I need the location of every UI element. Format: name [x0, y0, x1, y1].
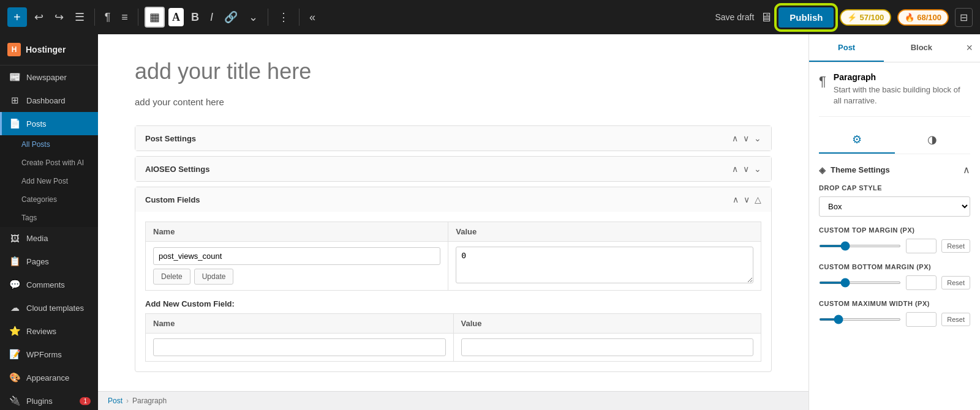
- right-panel-body: ¶ Paragraph Start with the basic buildin…: [809, 62, 980, 410]
- redo-button[interactable]: ↪: [51, 8, 67, 26]
- max-width-slider[interactable]: [819, 318, 901, 321]
- theme-settings-icon: ◈: [819, 165, 826, 175]
- post-settings-menu[interactable]: ⌄: [754, 133, 761, 143]
- custom-field-row: Delete Update 0: [146, 242, 761, 291]
- aioseo-settings-panel: AIOSEO Settings ∧ ∨ ⌄: [135, 156, 772, 182]
- tab-post[interactable]: Post: [809, 34, 884, 62]
- top-margin-slider[interactable]: [819, 245, 901, 247]
- sidebar-item-reviews[interactable]: ⭐ Reviews: [0, 319, 98, 343]
- sidebar-item-cloud[interactable]: ☁ Cloud templates: [0, 296, 98, 319]
- bold-button[interactable]: B: [187, 8, 203, 26]
- add-new-table: Name Value: [145, 313, 761, 362]
- cf-value-input[interactable]: 0: [456, 247, 753, 283]
- sidebar-subitem-all-posts[interactable]: All Posts: [0, 135, 98, 154]
- sidebar-appearance-label: Appearance: [26, 373, 69, 382]
- sidebar-item-media[interactable]: 🖼 Media: [0, 227, 98, 250]
- max-width-reset[interactable]: Reset: [941, 313, 970, 326]
- theme-settings-header: ◈ Theme Settings ∧: [819, 164, 970, 176]
- custom-fields-up[interactable]: ∧: [733, 195, 739, 204]
- sidebar-item-plugins[interactable]: 🔌 Plugins 1: [0, 389, 98, 410]
- sidebar-subitem-categories[interactable]: Categories: [0, 190, 98, 209]
- theme-collapse-button[interactable]: ∧: [963, 164, 970, 176]
- custom-fields-header[interactable]: Custom Fields ∧ ∨ △: [135, 187, 771, 212]
- cf-name-input[interactable]: [153, 247, 440, 265]
- add-value-input[interactable]: [461, 338, 754, 356]
- cf-update-button[interactable]: Update: [194, 269, 234, 285]
- more-menu-button[interactable]: ⋮: [274, 8, 293, 26]
- custom-fields-down[interactable]: ∨: [744, 195, 750, 204]
- sidebar-posts-label: Posts: [26, 119, 47, 129]
- bottom-margin-slider[interactable]: [819, 281, 901, 284]
- hostinger-icon: H: [7, 43, 21, 56]
- drop-cap-label: DROP CAP STYLE: [819, 184, 970, 192]
- top-margin-number[interactable]: [906, 239, 937, 253]
- add-name-cell: [146, 334, 454, 362]
- aioseo-up[interactable]: ∧: [732, 164, 738, 174]
- publish-button[interactable]: Publish: [778, 7, 834, 28]
- cf-name-cell: Delete Update: [146, 242, 448, 291]
- align-button[interactable]: ≡: [118, 8, 132, 26]
- breadcrumb-separator: ›: [126, 397, 129, 405]
- media-icon: 🖼: [9, 233, 20, 244]
- sidebar-item-posts[interactable]: 📄 Posts: [0, 112, 98, 135]
- toolbar-right: Save draft 🖥 Publish ⚡ 57/100 🔥 68/100 ⊟: [715, 7, 973, 28]
- link-button[interactable]: 🔗: [221, 8, 241, 26]
- sidebar-settings-button[interactable]: ⊟: [955, 8, 973, 27]
- sidebar-media-label: Media: [26, 234, 48, 243]
- post-settings-up[interactable]: ∧: [732, 133, 738, 143]
- bottom-margin-label: CUSTOM BOTTOM MARGIN (PX): [819, 263, 970, 270]
- paragraph-icon: ¶: [819, 73, 826, 89]
- paragraph-format-button[interactable]: ¶: [101, 8, 115, 26]
- block-view-button[interactable]: ▦: [145, 7, 165, 28]
- add-new-label: Add New Post: [21, 177, 68, 185]
- top-margin-reset[interactable]: Reset: [941, 239, 970, 253]
- bottom-margin-reset[interactable]: Reset: [941, 276, 970, 289]
- plugins-badge: 1: [80, 397, 91, 405]
- italic-button[interactable]: I: [206, 8, 217, 26]
- post-title-input[interactable]: [135, 59, 772, 84]
- sidebar-item-wpforms[interactable]: 📝 WPForms: [0, 343, 98, 366]
- custom-fields-panel: Custom Fields ∧ ∨ △ Name Value: [135, 187, 772, 372]
- top-margin-row: Reset: [819, 239, 970, 253]
- undo-button[interactable]: ↩: [31, 8, 47, 26]
- text-format-button[interactable]: A: [168, 8, 184, 26]
- aioseo-settings-header[interactable]: AIOSEO Settings ∧ ∨ ⌄: [135, 157, 771, 181]
- post-content-input[interactable]: add your content here: [135, 97, 772, 107]
- sidebar-item-dashboard[interactable]: ⊞ Dashboard: [0, 89, 98, 112]
- list-view-button[interactable]: ☰: [71, 8, 88, 26]
- sidebar-item-pages[interactable]: 📋 Pages: [0, 250, 98, 273]
- cf-delete-button[interactable]: Delete: [153, 269, 190, 285]
- post-settings-controls: ∧ ∨ ⌄: [732, 133, 761, 143]
- aioseo-down[interactable]: ∨: [743, 164, 749, 174]
- right-panel-tabs: Post Block ×: [809, 34, 980, 62]
- max-width-number[interactable]: [906, 312, 937, 327]
- block-style-tab[interactable]: ◑: [895, 127, 971, 154]
- block-settings-tab[interactable]: ⚙: [819, 127, 895, 154]
- sidebar-item-newspaper[interactable]: 📰 Newspaper: [0, 65, 98, 89]
- add-block-button[interactable]: +: [7, 7, 27, 27]
- cf-name-header: Name: [146, 222, 448, 242]
- breadcrumb-post-link[interactable]: Post: [108, 397, 123, 405]
- custom-fields-expand[interactable]: △: [755, 195, 761, 204]
- bottom-margin-number[interactable]: [906, 275, 937, 290]
- sidebar-item-comments[interactable]: 💬 Comments: [0, 273, 98, 296]
- right-panel-close-button[interactable]: ×: [959, 42, 981, 54]
- perf-score-badge: 🔥 68/100: [897, 9, 949, 26]
- aioseo-menu[interactable]: ⌄: [754, 164, 761, 174]
- collapse-button[interactable]: «: [306, 8, 319, 26]
- add-name-input[interactable]: [153, 338, 446, 356]
- tab-block[interactable]: Block: [884, 34, 959, 62]
- theme-settings-section: ◈ Theme Settings ∧ DROP CAP STYLE None B…: [819, 164, 970, 327]
- post-settings-down[interactable]: ∨: [743, 133, 749, 143]
- cf-value-header: Value: [448, 222, 761, 242]
- brand-label: Hostinger: [26, 45, 66, 54]
- sidebar-subitem-tags[interactable]: Tags: [0, 209, 98, 227]
- post-settings-header[interactable]: Post Settings ∧ ∨ ⌄: [135, 126, 771, 151]
- sidebar-subitem-create-ai[interactable]: Create Post with AI: [0, 154, 98, 172]
- more-options-button[interactable]: ⌄: [245, 8, 262, 26]
- sidebar-subitem-add-new[interactable]: Add New Post: [0, 172, 98, 190]
- view-button[interactable]: 🖥: [760, 10, 772, 24]
- save-draft-button[interactable]: Save draft: [715, 12, 754, 22]
- sidebar-item-appearance[interactable]: 🎨 Appearance: [0, 366, 98, 389]
- drop-cap-select[interactable]: None Box Underline: [819, 196, 970, 217]
